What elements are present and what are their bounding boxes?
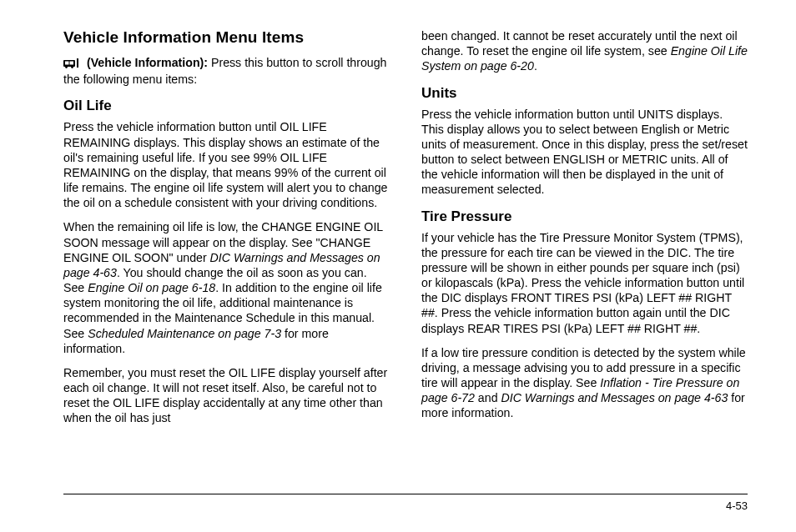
lead-paragraph: (Vehicle Information): Press this button… [63,55,390,87]
svg-rect-1 [65,62,69,65]
text: . [534,59,537,73]
two-column-layout: Vehicle Information Menu Items (Vehicle … [63,28,748,426]
oil-life-continued: been changed. It cannot be reset accurat… [421,28,748,74]
ref-scheduled-maintenance: Scheduled Maintenance on page 7-3 [88,327,281,340]
left-column: Vehicle Information Menu Items (Vehicle … [63,28,390,426]
units-p: Press the vehicle information button unt… [421,107,748,198]
svg-point-4 [71,66,73,68]
oil-life-p2: When the remaining oil life is low, the … [63,219,390,356]
svg-point-6 [77,58,78,60]
svg-point-3 [65,66,68,68]
tire-p1: If your vehicle has the Tire Pressure Mo… [421,230,748,336]
vehicle-info-icon [63,57,82,72]
manual-page: Vehicle Information Menu Items (Vehicle … [0,0,796,532]
oil-life-p3: Remember, you must reset the OIL LIFE di… [63,365,390,426]
ref-engine-oil: Engine Oil on page 6-18 [88,281,215,294]
units-heading: Units [421,85,748,102]
svg-rect-5 [77,59,78,68]
text: and [475,391,501,404]
page-footer: 4-53 [63,494,748,512]
right-column: been changed. It cannot be reset accurat… [421,28,748,426]
page-number: 4-53 [726,499,748,512]
section-heading: Vehicle Information Menu Items [63,28,390,47]
ref-dic-warnings-2: DIC Warnings and Messages on page 4-63 [501,391,728,404]
footer-line: 4-53 [63,494,748,512]
tire-p2: If a low tire pressure condition is dete… [421,345,748,421]
oil-life-p1: Press the vehicle information button unt… [63,119,390,210]
oil-life-heading: Oil Life [63,98,390,114]
svg-rect-2 [70,62,74,65]
lead-label: (Vehicle Information): [87,56,208,69]
tire-pressure-heading: Tire Pressure [421,208,748,225]
